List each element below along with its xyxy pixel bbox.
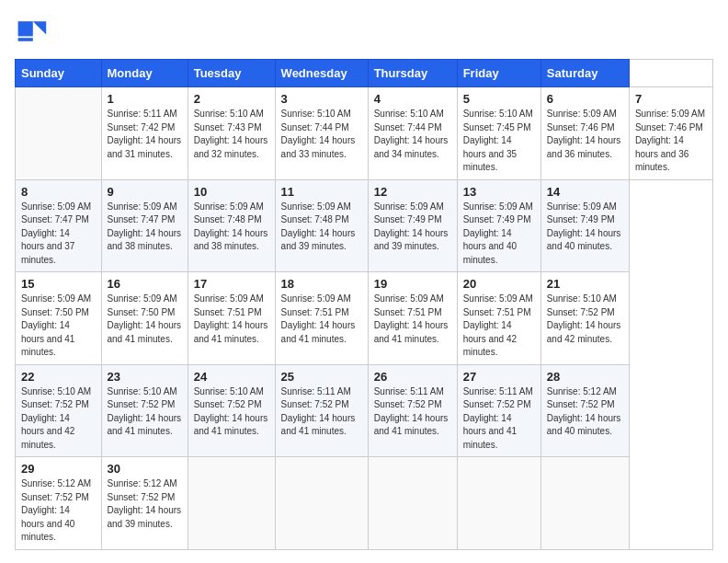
header-sunday: Sunday: [16, 60, 102, 87]
calendar-cell: 3Sunrise: 5:10 AMSunset: 7:44 PMDaylight…: [275, 87, 368, 180]
day-number: 7: [635, 92, 707, 106]
header-friday: Friday: [457, 60, 540, 87]
day-number: 19: [374, 277, 451, 291]
day-number: 6: [547, 92, 623, 106]
calendar-week-4: 29Sunrise: 5:12 AMSunset: 7:52 PMDayligh…: [16, 457, 713, 550]
day-number: 18: [281, 277, 362, 291]
day-number: 15: [21, 277, 96, 291]
day-number: 27: [463, 370, 535, 384]
day-info: Sunrise: 5:12 AMSunset: 7:52 PMDaylight:…: [547, 385, 623, 439]
day-number: 16: [108, 277, 182, 291]
calendar-cell: 7Sunrise: 5:09 AMSunset: 7:46 PMDaylight…: [629, 87, 712, 180]
day-number: 12: [374, 185, 451, 199]
calendar-cell: 14Sunrise: 5:09 AMSunset: 7:49 PMDayligh…: [540, 179, 629, 272]
day-info: Sunrise: 5:11 AMSunset: 7:52 PMDaylight:…: [463, 385, 535, 453]
calendar-cell: 19Sunrise: 5:09 AMSunset: 7:51 PMDayligh…: [368, 272, 457, 365]
day-info: Sunrise: 5:10 AMSunset: 7:52 PMDaylight:…: [108, 385, 182, 439]
day-number: 26: [374, 370, 451, 384]
day-number: 5: [463, 92, 535, 106]
calendar-cell: 25Sunrise: 5:11 AMSunset: 7:52 PMDayligh…: [275, 364, 368, 457]
calendar-table: SundayMondayTuesdayWednesdayThursdayFrid…: [15, 59, 713, 550]
calendar-cell: [188, 457, 275, 550]
header-monday: Monday: [101, 60, 188, 87]
day-number: 30: [108, 462, 182, 476]
day-info: Sunrise: 5:11 AMSunset: 7:52 PMDaylight:…: [281, 385, 362, 439]
calendar-cell: [540, 457, 629, 550]
day-number: 21: [547, 277, 623, 291]
calendar-cell: 28Sunrise: 5:12 AMSunset: 7:52 PMDayligh…: [540, 364, 629, 457]
day-number: 11: [281, 185, 362, 199]
day-number: 2: [194, 92, 269, 106]
day-number: 20: [463, 277, 535, 291]
calendar-cell: 11Sunrise: 5:09 AMSunset: 7:48 PMDayligh…: [275, 179, 368, 272]
calendar-cell: 5Sunrise: 5:10 AMSunset: 7:45 PMDaylight…: [457, 87, 540, 180]
day-number: 17: [194, 277, 269, 291]
logo-icon: [15, 15, 48, 48]
day-info: Sunrise: 5:09 AMSunset: 7:48 PMDaylight:…: [281, 201, 362, 254]
day-info: Sunrise: 5:09 AMSunset: 7:46 PMDaylight:…: [547, 108, 623, 161]
calendar-cell: 17Sunrise: 5:09 AMSunset: 7:51 PMDayligh…: [188, 272, 275, 365]
day-number: 1: [108, 92, 182, 106]
day-info: Sunrise: 5:09 AMSunset: 7:48 PMDaylight:…: [194, 201, 269, 254]
svg-rect-3: [18, 38, 33, 41]
day-number: 10: [194, 185, 269, 199]
calendar-cell: 23Sunrise: 5:10 AMSunset: 7:52 PMDayligh…: [101, 364, 188, 457]
calendar-cell: 16Sunrise: 5:09 AMSunset: 7:50 PMDayligh…: [101, 272, 188, 365]
calendar-cell: [457, 457, 540, 550]
page-header: [15, 15, 713, 48]
day-number: 28: [547, 370, 623, 384]
day-number: 3: [281, 92, 362, 106]
calendar-cell: 18Sunrise: 5:09 AMSunset: 7:51 PMDayligh…: [275, 272, 368, 365]
calendar-cell: 30Sunrise: 5:12 AMSunset: 7:52 PMDayligh…: [101, 457, 188, 550]
calendar-cell: 8Sunrise: 5:09 AMSunset: 7:47 PMDaylight…: [16, 179, 102, 272]
day-info: Sunrise: 5:09 AMSunset: 7:49 PMDaylight:…: [374, 201, 451, 254]
calendar-cell: 29Sunrise: 5:12 AMSunset: 7:52 PMDayligh…: [16, 457, 102, 550]
day-number: 13: [463, 185, 535, 199]
calendar-cell: 21Sunrise: 5:10 AMSunset: 7:52 PMDayligh…: [540, 272, 629, 365]
header-tuesday: Tuesday: [188, 60, 275, 87]
day-info: Sunrise: 5:10 AMSunset: 7:52 PMDaylight:…: [194, 385, 269, 439]
calendar-cell: 20Sunrise: 5:09 AMSunset: 7:51 PMDayligh…: [457, 272, 540, 365]
calendar-cell: 26Sunrise: 5:11 AMSunset: 7:52 PMDayligh…: [368, 364, 457, 457]
day-number: 24: [194, 370, 269, 384]
day-info: Sunrise: 5:10 AMSunset: 7:52 PMDaylight:…: [21, 385, 96, 453]
day-number: 9: [108, 185, 182, 199]
day-info: Sunrise: 5:09 AMSunset: 7:49 PMDaylight:…: [547, 201, 623, 254]
day-info: Sunrise: 5:09 AMSunset: 7:51 PMDaylight:…: [463, 293, 535, 360]
calendar-cell: 9Sunrise: 5:09 AMSunset: 7:47 PMDaylight…: [101, 179, 188, 272]
calendar-cell: 12Sunrise: 5:09 AMSunset: 7:49 PMDayligh…: [368, 179, 457, 272]
calendar-cell: [16, 87, 102, 180]
calendar-week-3: 22Sunrise: 5:10 AMSunset: 7:52 PMDayligh…: [16, 364, 713, 457]
day-info: Sunrise: 5:11 AMSunset: 7:52 PMDaylight:…: [374, 385, 451, 439]
day-info: Sunrise: 5:12 AMSunset: 7:52 PMDaylight:…: [21, 477, 96, 545]
calendar-week-1: 8Sunrise: 5:09 AMSunset: 7:47 PMDaylight…: [16, 179, 713, 272]
day-number: 25: [281, 370, 362, 384]
day-number: 29: [21, 462, 96, 476]
day-info: Sunrise: 5:09 AMSunset: 7:51 PMDaylight:…: [374, 293, 451, 346]
calendar-cell: 10Sunrise: 5:09 AMSunset: 7:48 PMDayligh…: [188, 179, 275, 272]
calendar-cell: [275, 457, 368, 550]
day-info: Sunrise: 5:10 AMSunset: 7:45 PMDaylight:…: [463, 108, 535, 175]
day-info: Sunrise: 5:09 AMSunset: 7:47 PMDaylight:…: [108, 201, 182, 254]
calendar-header-row: SundayMondayTuesdayWednesdayThursdayFrid…: [16, 60, 713, 87]
calendar-week-0: 1Sunrise: 5:11 AMSunset: 7:42 PMDaylight…: [16, 87, 713, 180]
calendar-cell: 4Sunrise: 5:10 AMSunset: 7:44 PMDaylight…: [368, 87, 457, 180]
day-info: Sunrise: 5:10 AMSunset: 7:44 PMDaylight:…: [374, 108, 451, 161]
day-number: 8: [21, 185, 96, 199]
day-number: 14: [547, 185, 623, 199]
day-info: Sunrise: 5:10 AMSunset: 7:44 PMDaylight:…: [281, 108, 362, 161]
day-info: Sunrise: 5:09 AMSunset: 7:50 PMDaylight:…: [21, 293, 96, 360]
calendar-cell: [368, 457, 457, 550]
day-info: Sunrise: 5:09 AMSunset: 7:46 PMDaylight:…: [635, 108, 707, 175]
day-info: Sunrise: 5:10 AMSunset: 7:52 PMDaylight:…: [547, 293, 623, 346]
logo: [15, 15, 51, 48]
calendar-cell: 1Sunrise: 5:11 AMSunset: 7:42 PMDaylight…: [101, 87, 188, 180]
day-info: Sunrise: 5:10 AMSunset: 7:43 PMDaylight:…: [194, 108, 269, 161]
day-info: Sunrise: 5:09 AMSunset: 7:50 PMDaylight:…: [108, 293, 182, 346]
header-saturday: Saturday: [540, 60, 629, 87]
calendar-cell: 13Sunrise: 5:09 AMSunset: 7:49 PMDayligh…: [457, 179, 540, 272]
calendar-cell: 15Sunrise: 5:09 AMSunset: 7:50 PMDayligh…: [16, 272, 102, 365]
day-info: Sunrise: 5:09 AMSunset: 7:49 PMDaylight:…: [463, 201, 535, 268]
day-number: 4: [374, 92, 451, 106]
calendar-cell: 24Sunrise: 5:10 AMSunset: 7:52 PMDayligh…: [188, 364, 275, 457]
